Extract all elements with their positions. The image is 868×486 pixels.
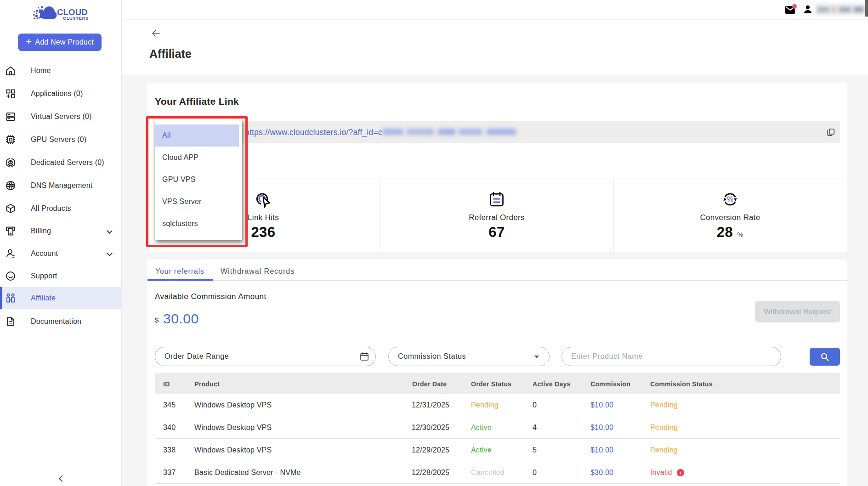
svg-text:%: % [727, 195, 733, 203]
svg-text:DNS: DNS [7, 184, 14, 187]
svg-text:CLUSTERS: CLUSTERS [63, 16, 89, 21]
